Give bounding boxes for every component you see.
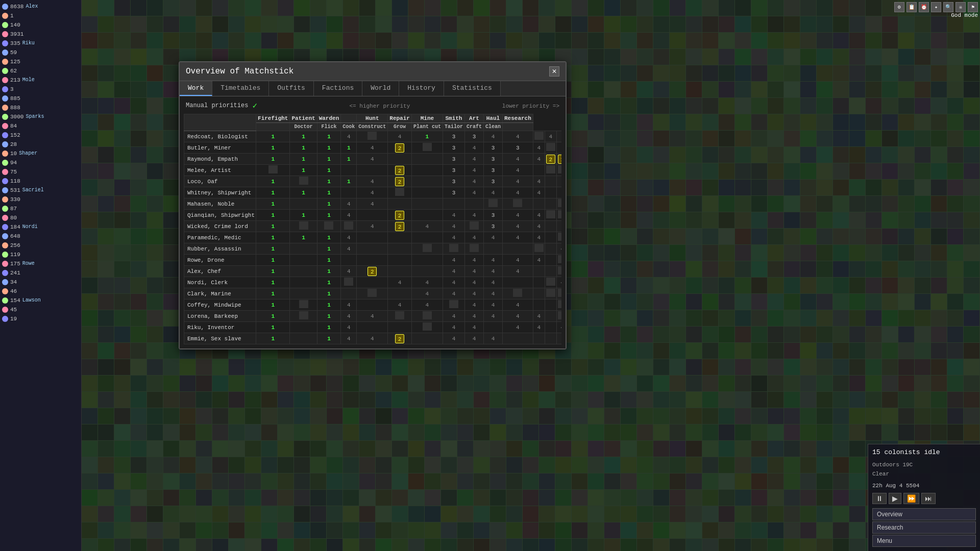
- work-cell[interactable]: 4: [556, 322, 561, 333]
- work-cell[interactable]: 2: [388, 142, 412, 154]
- work-cell[interactable]: [545, 187, 556, 198]
- work-cell[interactable]: 1: [317, 131, 341, 142]
- work-cell[interactable]: 4: [411, 299, 443, 311]
- work-cell[interactable]: 3: [502, 142, 533, 154]
- work-cell[interactable]: [388, 187, 412, 198]
- work-cell[interactable]: 4: [443, 221, 464, 232]
- work-cell[interactable]: 4: [545, 131, 556, 142]
- work-cell[interactable]: 1: [256, 198, 290, 210]
- work-cell[interactable]: 1: [290, 131, 317, 142]
- work-cell[interactable]: 4: [556, 277, 561, 288]
- hud-icon-6[interactable]: ☠: [955, 2, 966, 12]
- control-button[interactable]: ⏭: [921, 493, 936, 504]
- work-cell[interactable]: [388, 154, 412, 165]
- work-cell[interactable]: 3: [443, 131, 464, 142]
- work-cell[interactable]: 3: [483, 176, 502, 187]
- work-cell[interactable]: [341, 221, 357, 232]
- work-cell[interactable]: [502, 277, 533, 288]
- work-cell[interactable]: [533, 299, 545, 311]
- work-cell[interactable]: 4: [443, 288, 464, 299]
- hud-icon-2[interactable]: 📋: [906, 2, 917, 12]
- work-cell[interactable]: 1: [256, 311, 290, 322]
- work-cell[interactable]: 3: [443, 187, 464, 198]
- hud-icon-3[interactable]: ⏰: [919, 2, 929, 12]
- br-menu-overview[interactable]: Overview: [872, 508, 976, 520]
- work-cell[interactable]: [502, 333, 533, 344]
- work-cell[interactable]: 3: [483, 165, 502, 176]
- work-cell[interactable]: [388, 243, 412, 255]
- work-cell[interactable]: 4: [357, 187, 388, 198]
- work-cell[interactable]: 4: [411, 288, 443, 299]
- work-cell[interactable]: 4: [464, 266, 483, 277]
- work-cell[interactable]: [357, 322, 388, 333]
- work-cell[interactable]: [411, 142, 443, 154]
- work-cell[interactable]: [483, 198, 502, 210]
- work-cell[interactable]: 4: [464, 165, 483, 176]
- work-cell[interactable]: [556, 198, 561, 210]
- work-cell[interactable]: 4: [502, 232, 533, 243]
- work-cell[interactable]: 1: [256, 131, 290, 142]
- work-cell[interactable]: [556, 221, 561, 232]
- work-cell[interactable]: 4: [341, 333, 357, 344]
- work-cell[interactable]: [411, 198, 443, 210]
- work-cell[interactable]: [556, 165, 561, 176]
- work-cell[interactable]: 1: [317, 165, 341, 176]
- work-cell[interactable]: [483, 243, 502, 255]
- work-cell[interactable]: 1: [317, 243, 341, 255]
- work-cell[interactable]: 4: [483, 131, 502, 142]
- work-cell[interactable]: 4: [341, 322, 357, 333]
- work-cell[interactable]: [545, 255, 556, 266]
- work-cell[interactable]: [545, 322, 556, 333]
- work-cell[interactable]: 1: [256, 176, 290, 187]
- work-cell[interactable]: 1: [317, 187, 341, 198]
- work-cell[interactable]: 4: [464, 311, 483, 322]
- work-cell[interactable]: 4: [502, 165, 533, 176]
- work-cell[interactable]: 4: [502, 131, 533, 142]
- work-cell[interactable]: [411, 154, 443, 165]
- work-cell[interactable]: 4: [502, 154, 533, 165]
- work-cell[interactable]: 1: [256, 288, 290, 299]
- br-menu-menu[interactable]: Menu: [872, 535, 976, 547]
- work-cell[interactable]: 4: [357, 198, 388, 210]
- work-cell[interactable]: [556, 255, 561, 266]
- work-cell[interactable]: [411, 311, 443, 322]
- work-cell[interactable]: 2: [388, 210, 412, 221]
- work-cell[interactable]: [556, 187, 561, 198]
- work-cell[interactable]: 4: [464, 210, 483, 221]
- work-cell[interactable]: 1: [317, 210, 341, 221]
- work-cell[interactable]: 1: [317, 333, 341, 344]
- work-cell[interactable]: 1: [290, 165, 317, 176]
- work-cell[interactable]: 4: [483, 232, 502, 243]
- work-cell[interactable]: 4: [388, 277, 412, 288]
- tab-world[interactable]: World: [362, 81, 399, 96]
- hud-icon-1[interactable]: ⚙: [894, 2, 904, 12]
- work-cell[interactable]: 4: [502, 176, 533, 187]
- tab-work[interactable]: Work: [180, 81, 212, 96]
- work-cell[interactable]: [533, 266, 545, 277]
- work-cell[interactable]: 4: [341, 198, 357, 210]
- work-cell[interactable]: [533, 277, 545, 288]
- work-cell[interactable]: [290, 198, 317, 210]
- hud-icon-7[interactable]: ⚑: [968, 2, 978, 12]
- work-cell[interactable]: 3: [443, 176, 464, 187]
- work-cell[interactable]: [290, 277, 317, 288]
- tab-timetables[interactable]: Timetables: [212, 81, 269, 96]
- work-cell[interactable]: 4: [533, 142, 545, 154]
- work-cell[interactable]: [443, 299, 464, 311]
- work-cell[interactable]: [357, 255, 388, 266]
- work-cell[interactable]: [357, 243, 388, 255]
- work-cell[interactable]: 4: [533, 154, 545, 165]
- work-cell[interactable]: 1: [556, 154, 561, 165]
- work-cell[interactable]: [556, 266, 561, 277]
- work-cell[interactable]: [357, 299, 388, 311]
- hud-icon-4[interactable]: ✦: [931, 2, 941, 12]
- work-cell[interactable]: 1: [317, 277, 341, 288]
- work-cell[interactable]: 4: [483, 277, 502, 288]
- work-cell[interactable]: 4: [443, 311, 464, 322]
- work-cell[interactable]: 1: [290, 154, 317, 165]
- work-cell[interactable]: 2: [388, 165, 412, 176]
- control-button[interactable]: ▶: [889, 493, 901, 504]
- work-cell[interactable]: 4: [502, 210, 533, 221]
- work-cell[interactable]: 1: [256, 243, 290, 255]
- work-cell[interactable]: 1: [256, 277, 290, 288]
